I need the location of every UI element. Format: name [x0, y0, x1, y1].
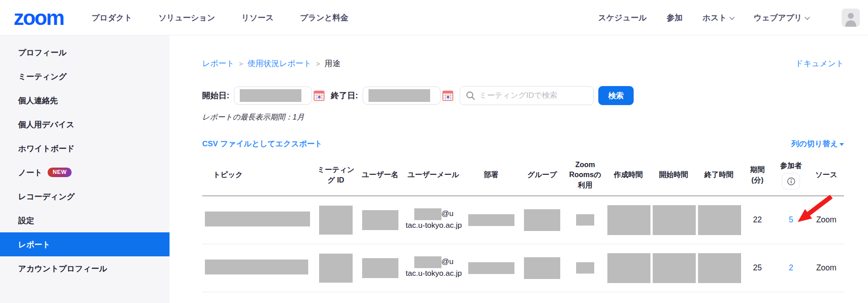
nav-item-solutions[interactable]: ソリューション: [159, 12, 215, 23]
redaction-block: [576, 262, 594, 274]
col-header-created-time: 作成時間: [606, 155, 651, 196]
nav-item-join[interactable]: 参加: [667, 12, 683, 23]
nav-right-menu: スケジュール 参加 ホスト ウェブアプリ: [598, 9, 860, 27]
start-date-input[interactable]: [234, 87, 312, 105]
nav-left-menu: プロダクト ソリューション リソース プランと料金: [92, 12, 348, 23]
breadcrumb-reports-link[interactable]: レポート: [202, 58, 234, 69]
redaction-block: [414, 256, 441, 268]
participants-info-button[interactable]: [782, 173, 800, 189]
col-header-user-email: ユーザーメール: [404, 155, 463, 196]
participants-count-link[interactable]: 5: [789, 215, 793, 224]
redaction-block: [468, 214, 514, 226]
user-email-cell: @u tac.u-tokyo.ac.jp: [406, 208, 462, 231]
col-header-end-time: 終了時間: [696, 155, 742, 196]
redaction-block: [319, 254, 353, 283]
col-header-meeting-id: ミーティング ID: [315, 155, 356, 196]
sidebar-item-profile[interactable]: プロフィール: [0, 40, 170, 64]
end-date-label: 終了日:: [331, 90, 358, 101]
redaction-block: [576, 214, 594, 226]
search-input[interactable]: [479, 91, 589, 100]
sidebar-item-whiteboard[interactable]: ホワイトボード: [0, 136, 170, 160]
participants-count-link[interactable]: 2: [789, 263, 793, 272]
redaction-block: [698, 253, 741, 283]
main-content: レポート > 使用状況レポート > 用途 ドキュメント 開始日: 終了日:: [170, 35, 868, 303]
breadcrumb-row: レポート > 使用状況レポート > 用途 ドキュメント: [202, 58, 844, 69]
person-icon: [842, 9, 860, 27]
new-badge: NEW: [48, 168, 72, 177]
col-header-source: ソース: [809, 155, 844, 196]
col-header-participants: 参加者: [773, 155, 809, 196]
export-csv-link[interactable]: CSV ファイルとしてエクスポート: [202, 139, 322, 149]
col-header-topic: トピック: [202, 155, 315, 196]
breadcrumb: レポート > 使用状況レポート > 用途: [202, 58, 340, 69]
redaction-block: [362, 210, 398, 230]
calendar-icon[interactable]: [314, 90, 325, 101]
breadcrumb-separator: >: [316, 60, 320, 67]
redaction-block: [524, 209, 560, 231]
nav-item-products[interactable]: プロダクト: [92, 12, 132, 23]
table-toolbar: CSV ファイルとしてエクスポート 列の切り替え: [202, 139, 844, 149]
user-avatar[interactable]: [842, 9, 860, 27]
sidebar-item-personal-devices[interactable]: 個人用デバイス: [0, 112, 170, 136]
col-header-department: 部署: [463, 155, 519, 196]
sidebar: プロフィール ミーティング 個人連絡先 個人用デバイス ホワイトボード ノート …: [0, 35, 170, 303]
usage-report-table: トピック ミーティング ID ユーザー名 ユーザーメール 部署 グループ Zoo…: [202, 155, 844, 292]
user-email-cell: @u tac.u-tokyo.ac.jp: [406, 256, 462, 279]
redaction-block: [240, 89, 301, 102]
report-period-note: レポートの最長表示期間：1月: [202, 112, 844, 122]
source-cell: Zoom: [809, 196, 844, 244]
chevron-down-icon: [805, 14, 810, 19]
nav-item-resources[interactable]: リソース: [242, 12, 274, 23]
redaction-block: [607, 253, 650, 283]
redaction-block: [607, 205, 650, 235]
nav-item-schedule[interactable]: スケジュール: [598, 12, 647, 23]
redaction-block: [653, 253, 696, 283]
redaction-block: [205, 212, 310, 226]
sidebar-item-recordings[interactable]: レコーディング: [0, 184, 170, 208]
search-button[interactable]: 検索: [598, 86, 634, 105]
documentation-link[interactable]: ドキュメント: [795, 58, 844, 69]
source-cell: Zoom: [809, 244, 844, 292]
nav-item-webapp[interactable]: ウェブアプリ: [754, 12, 809, 23]
breadcrumb-separator: >: [239, 60, 243, 67]
col-header-user-name: ユーザー名: [356, 155, 404, 196]
table-row: @u tac.u-tokyo.ac.jp 22 5 Zoom: [202, 196, 844, 244]
duration-cell: 25: [742, 244, 773, 292]
filter-row: 開始日: 終了日: 検索: [202, 86, 844, 105]
top-navigation: zoom プロダクト ソリューション リソース プランと料金 スケジュール 参加…: [0, 0, 868, 35]
redaction-block: [698, 205, 741, 235]
start-date-label: 開始日:: [202, 90, 229, 101]
redaction-block: [653, 205, 696, 235]
meeting-id-search-field: [460, 86, 594, 105]
sidebar-item-notes[interactable]: ノート NEW: [0, 160, 170, 184]
nav-item-plans-pricing[interactable]: プランと料金: [300, 12, 349, 23]
chevron-down-icon: [729, 14, 734, 19]
nav-item-host[interactable]: ホスト: [703, 12, 734, 23]
sidebar-item-personal-contacts[interactable]: 個人連絡先: [0, 88, 170, 112]
redaction-block: [369, 89, 430, 102]
info-icon: [787, 177, 795, 186]
search-icon: [466, 91, 475, 101]
redaction-block: [468, 262, 514, 274]
redaction-block: [524, 257, 560, 279]
redaction-block: [205, 260, 308, 274]
sidebar-item-reports[interactable]: レポート: [0, 232, 170, 256]
sidebar-item-settings[interactable]: 設定: [0, 208, 170, 232]
redaction-block: [362, 258, 398, 278]
column-toggle-dropdown[interactable]: 列の切り替え: [791, 139, 844, 149]
col-header-zoom-rooms: Zoom Roomsの利用: [565, 155, 606, 196]
redaction-block: [319, 206, 353, 235]
breadcrumb-usage-report-link[interactable]: 使用状況レポート: [247, 58, 311, 69]
col-header-group: グループ: [519, 155, 565, 196]
redaction-block: [414, 208, 441, 220]
sidebar-item-account-profile[interactable]: アカウントプロフィール: [0, 256, 170, 280]
zoom-logo[interactable]: zoom: [14, 7, 63, 28]
sidebar-item-meetings[interactable]: ミーティング: [0, 64, 170, 88]
end-date-input[interactable]: [363, 87, 441, 105]
table-header-row: トピック ミーティング ID ユーザー名 ユーザーメール 部署 グループ Zoo…: [202, 155, 844, 196]
col-header-start-time: 開始時間: [651, 155, 696, 196]
breadcrumb-current-page: 用途: [325, 58, 340, 69]
duration-cell: 22: [742, 196, 773, 244]
col-header-duration: 期間 (分): [742, 155, 773, 196]
calendar-icon[interactable]: [442, 90, 453, 101]
